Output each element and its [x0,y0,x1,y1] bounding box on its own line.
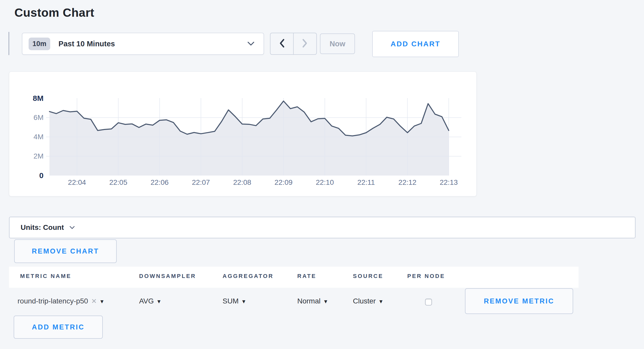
chevron-right-icon [302,39,308,49]
latency-chart-card: 02M4M6M8M 22:0422:0522:0622:0722:0822:09… [9,72,477,196]
col-header-aggregator: AGGREGATOR [223,273,274,280]
add-chart-button[interactable]: ADD CHART [372,31,459,57]
dropdown-caret-icon [100,297,104,305]
x-axis-tick-label: 22:07 [183,178,219,187]
x-axis-tick-label: 22:12 [389,178,426,187]
add-metric-button[interactable]: ADD METRIC [14,316,103,339]
dropdown-caret-icon [324,297,327,305]
remove-chart-button[interactable]: REMOVE CHART [14,239,117,263]
x-axis-tick-label: 22:05 [100,178,136,187]
remove-metric-button[interactable]: REMOVE METRIC [465,288,573,314]
y-axis-tick-label: 4M [15,132,44,142]
metric-name-value: round-trip-latency-p50 [18,297,88,305]
toolbar-left-divider [9,32,9,55]
col-header-source: SOURCE [353,273,383,280]
y-axis-tick-label: 6M [15,113,44,123]
y-axis-tick-label: 2M [15,151,44,161]
now-button[interactable]: Now [320,33,355,54]
col-header-rate: RATE [297,273,316,280]
x-axis-tick-label: 22:11 [348,178,384,187]
y-axis-tick-label: 8M [15,93,44,103]
dropdown-caret-icon [379,297,383,305]
next-time-button[interactable] [294,33,316,54]
col-header-per-node: PER NODE [407,273,445,280]
units-label: Units: Count [21,223,64,232]
x-axis-tick-label: 22:10 [307,178,343,187]
downsampler-value: AVG [139,297,154,305]
prev-time-button[interactable] [270,33,294,54]
time-window-label: Past 10 Minutes [58,40,115,48]
per-node-checkbox[interactable] [425,299,432,306]
x-axis-tick-label: 22:04 [59,178,95,187]
y-axis-tick-label: 0 [15,171,44,180]
aggregator-value: SUM [223,297,239,305]
units-dropdown[interactable]: Units: Count [9,217,635,238]
time-window-dropdown[interactable]: 10m Past 10 Minutes [22,33,264,55]
source-value: Cluster [353,297,376,305]
col-header-metric-name: METRIC NAME [20,273,71,280]
x-axis-tick-label: 22:09 [266,178,302,187]
downsampler-select[interactable]: AVG [139,297,160,305]
aggregator-select[interactable]: SUM [223,297,245,305]
rate-value: Normal [297,297,320,305]
metric-name-select[interactable]: round-trip-latency-p50 [18,297,104,305]
time-step-buttons [270,33,317,55]
latency-area-chart[interactable] [9,72,476,196]
chevron-down-icon [248,42,254,46]
x-axis-tick-label: 22:06 [142,178,178,187]
rate-select[interactable]: Normal [297,297,327,305]
clear-metric-icon[interactable] [91,297,97,305]
dropdown-caret-icon [242,297,245,305]
x-axis-tick-label: 22:08 [224,178,260,187]
metrics-table-header: METRIC NAME DOWNSAMPLER AGGREGATOR RATE … [9,267,579,288]
dropdown-caret-icon [157,297,160,305]
chevron-down-icon [70,226,75,229]
chevron-left-icon [279,39,285,49]
col-header-downsampler: DOWNSAMPLER [139,273,196,280]
source-select[interactable]: Cluster [353,297,383,305]
page-title: Custom Chart [14,6,94,20]
x-axis-tick-label: 22:13 [431,178,467,187]
time-window-badge: 10m [29,38,50,50]
